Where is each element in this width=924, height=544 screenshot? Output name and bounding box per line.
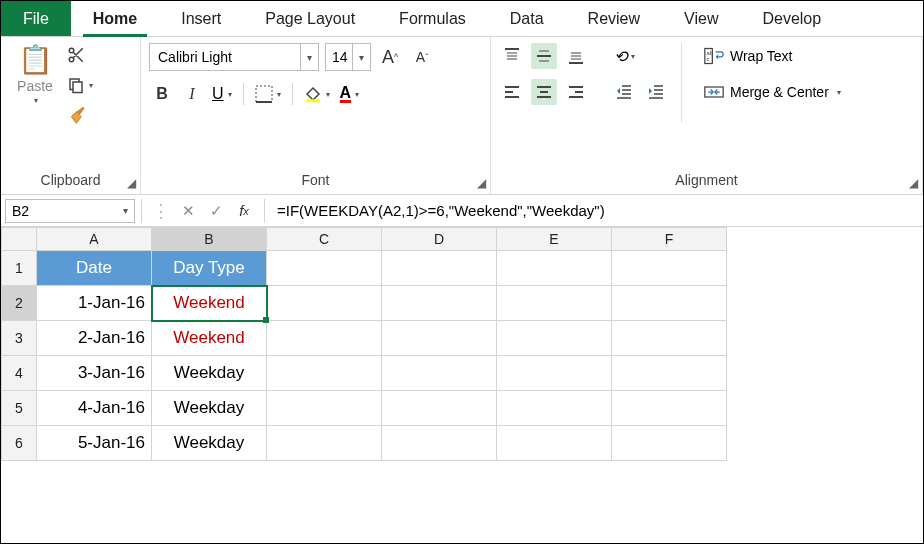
align-top-button[interactable] [499,43,525,69]
cell-D4[interactable] [382,356,497,391]
chevron-down-icon[interactable]: ▾ [300,44,318,70]
cell-A5[interactable]: 4-Jan-16 [37,391,152,426]
copy-button[interactable]: ▾ [67,73,93,97]
cell-B5[interactable]: Weekday [152,391,267,426]
cell-C2[interactable] [267,286,382,321]
cell-A6[interactable]: 5-Jan-16 [37,426,152,461]
border-icon [255,85,273,103]
clipboard-dialog-launcher[interactable]: ◢ [124,176,138,190]
cell-B4[interactable]: Weekday [152,356,267,391]
cell-F1[interactable] [612,251,727,286]
group-label-clipboard: Clipboard [9,168,132,194]
cell-A2[interactable]: 1-Jan-16 [37,286,152,321]
fill-color-button[interactable]: ▾ [301,81,333,107]
chevron-down-icon[interactable]: ▾ [123,205,128,216]
insert-function-button[interactable]: fx [230,199,258,223]
column-header-C[interactable]: C [267,227,382,251]
tab-review[interactable]: Review [566,1,662,36]
cell-A1[interactable]: Date [37,251,152,286]
cell-D6[interactable] [382,426,497,461]
italic-button[interactable]: I [179,81,205,107]
row-header-2[interactable]: 2 [1,286,37,321]
row-header-6[interactable]: 6 [1,426,37,461]
formula-bar: B2 ▾ ⋮ ✕ ✓ fx =IF(WEEKDAY(A2,1)>=6,"Week… [1,195,923,227]
align-right-button[interactable] [563,79,589,105]
borders-button[interactable]: ▾ [252,81,284,107]
increase-indent-button[interactable] [643,79,669,105]
cancel-formula-button[interactable]: ✕ [174,199,202,223]
cell-E5[interactable] [497,391,612,426]
decrease-indent-button[interactable] [611,79,637,105]
orientation-button[interactable]: ⟲▾ [611,43,638,69]
cell-E1[interactable] [497,251,612,286]
cell-D2[interactable] [382,286,497,321]
format-painter-button[interactable] [67,103,93,127]
row-header-4[interactable]: 4 [1,356,37,391]
cell-C1[interactable] [267,251,382,286]
svg-text:c: c [707,56,710,62]
tab-data[interactable]: Data [488,1,566,36]
cell-B2[interactable]: Weekend [152,286,267,321]
column-header-B[interactable]: B [152,227,267,251]
tab-file[interactable]: File [1,1,71,36]
cell-D3[interactable] [382,321,497,356]
merge-center-button[interactable]: Merge & Center ▾ [700,79,845,105]
cell-C6[interactable] [267,426,382,461]
cell-F6[interactable] [612,426,727,461]
tab-developer[interactable]: Develop [740,1,843,36]
formula-input[interactable]: =IF(WEEKDAY(A2,1)>=6,"Weekend","Weekday"… [271,202,923,219]
name-box[interactable]: B2 ▾ [5,199,135,223]
align-middle-button[interactable] [531,43,557,69]
cell-B1[interactable]: Day Type [152,251,267,286]
tab-formulas[interactable]: Formulas [377,1,488,36]
column-header-D[interactable]: D [382,227,497,251]
increase-font-button[interactable]: A^ [377,44,403,70]
font-size-select[interactable]: 14 ▾ [325,43,371,71]
column-header-A[interactable]: A [37,227,152,251]
alignment-dialog-launcher[interactable]: ◢ [906,176,920,190]
bold-button[interactable]: B [149,81,175,107]
cell-C4[interactable] [267,356,382,391]
align-center-button[interactable] [531,79,557,105]
cell-A4[interactable]: 3-Jan-16 [37,356,152,391]
wrap-text-button[interactable]: abc Wrap Text [700,43,845,69]
row-header-1[interactable]: 1 [1,251,37,286]
cell-A3[interactable]: 2-Jan-16 [37,321,152,356]
tab-home[interactable]: Home [71,1,159,36]
cell-D5[interactable] [382,391,497,426]
column-header-F[interactable]: F [612,227,727,251]
cell-B3[interactable]: Weekend [152,321,267,356]
cell-E2[interactable] [497,286,612,321]
font-name-select[interactable]: Calibri Light ▾ [149,43,319,71]
cell-C3[interactable] [267,321,382,356]
tab-insert[interactable]: Insert [159,1,243,36]
decrease-font-button[interactable]: Aˇ [409,44,435,70]
align-bottom-icon [567,47,585,65]
font-dialog-launcher[interactable]: ◢ [474,176,488,190]
underline-button[interactable]: U▾ [209,81,235,107]
cell-D1[interactable] [382,251,497,286]
align-left-button[interactable] [499,79,525,105]
cell-E4[interactable] [497,356,612,391]
enter-formula-button[interactable]: ✓ [202,199,230,223]
cell-F2[interactable] [612,286,727,321]
cell-F4[interactable] [612,356,727,391]
tab-page-layout[interactable]: Page Layout [243,1,377,36]
cell-E3[interactable] [497,321,612,356]
font-color-button[interactable]: A ▾ [337,81,363,107]
cell-F3[interactable] [612,321,727,356]
cut-button[interactable] [67,43,93,67]
cell-F5[interactable] [612,391,727,426]
select-all-corner[interactable] [1,227,37,251]
tab-view[interactable]: View [662,1,740,36]
group-alignment: ⟲▾ abc Wrap Text M [491,37,923,194]
cell-E6[interactable] [497,426,612,461]
align-bottom-button[interactable] [563,43,589,69]
column-header-E[interactable]: E [497,227,612,251]
paste-button[interactable]: 📋 Paste ▾ [9,43,61,105]
row-header-3[interactable]: 3 [1,321,37,356]
cell-C5[interactable] [267,391,382,426]
chevron-down-icon[interactable]: ▾ [352,44,370,70]
cell-B6[interactable]: Weekday [152,426,267,461]
row-header-5[interactable]: 5 [1,391,37,426]
